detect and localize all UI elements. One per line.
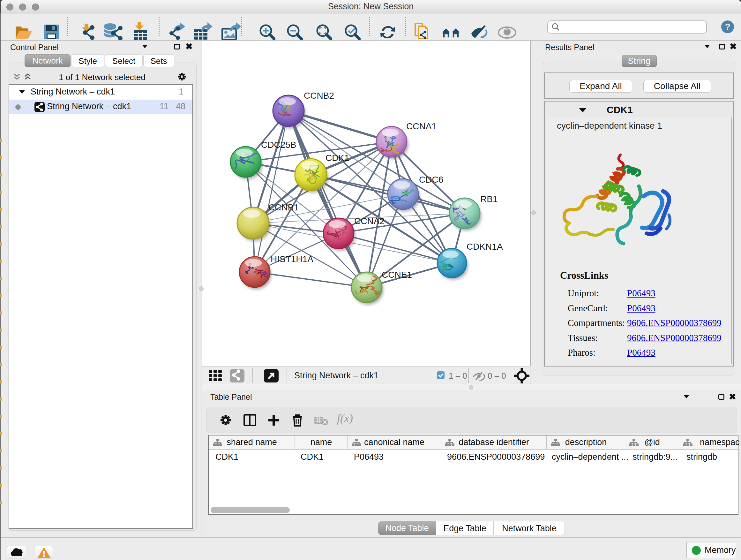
svg-text:CCNB1: CCNB1 <box>268 202 299 212</box>
svg-text:CDKN1A: CDKN1A <box>467 242 503 252</box>
svg-text:CDK1: CDK1 <box>326 153 349 163</box>
svg-text:HIST1H1A: HIST1H1A <box>271 254 313 264</box>
svg-text:CCNB2: CCNB2 <box>304 91 334 101</box>
svg-text:CCNE1: CCNE1 <box>382 270 412 280</box>
svg-text:RB1: RB1 <box>480 194 497 204</box>
svg-text:CDC25B: CDC25B <box>261 140 296 150</box>
svg-text:?: ? <box>725 22 730 32</box>
svg-text:CCNA2: CCNA2 <box>354 216 385 226</box>
svg-text:CCNA1: CCNA1 <box>406 121 436 131</box>
svg-text:CDC6: CDC6 <box>419 175 443 185</box>
